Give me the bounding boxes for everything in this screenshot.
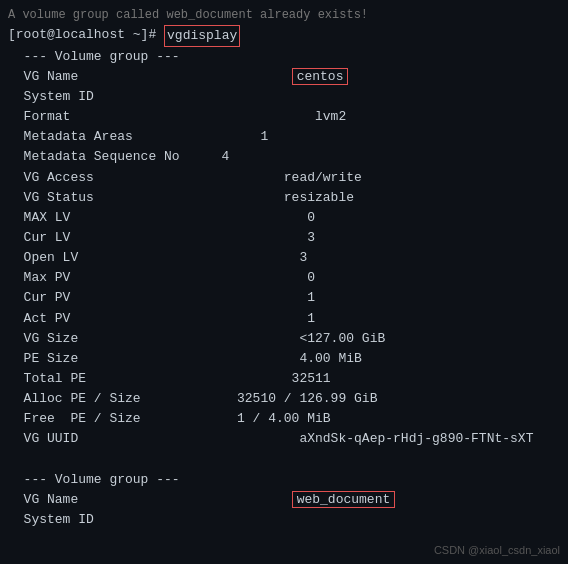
field-vgname-2: VG Name web_document: [8, 490, 560, 510]
vg-name-webdoc: web_document: [292, 491, 396, 508]
field-vg-access: VG Access read/write: [8, 168, 560, 188]
field-pe-size: PE Size 4.00 MiB: [8, 349, 560, 369]
field-free-pe: Free PE / Size 1 / 4.00 MiB: [8, 409, 560, 429]
field-vgname-1: VG Name centos: [8, 67, 560, 87]
field-act-pv: Act PV 1: [8, 309, 560, 329]
field-cur-lv: Cur LV 3: [8, 228, 560, 248]
field-cur-pv: Cur PV 1: [8, 288, 560, 308]
field-total-pe: Total PE 32511: [8, 369, 560, 389]
field-metadata-areas: Metadata Areas 1: [8, 127, 560, 147]
section-2-header: --- Volume group ---: [8, 470, 560, 490]
prompt-line: [root@localhost ~]# vgdisplay: [8, 25, 560, 47]
field-vg-size: VG Size <127.00 GiB: [8, 329, 560, 349]
top-line: A volume group called web_document alrea…: [8, 6, 560, 25]
field-systemid-2: System ID: [8, 510, 560, 530]
prompt: [root@localhost ~]#: [8, 25, 164, 47]
field-metadata-seq: Metadata Sequence No 4: [8, 147, 560, 167]
field-vg-status: VG Status resizable: [8, 188, 560, 208]
field-alloc-pe: Alloc PE / Size 32510 / 126.99 GiB: [8, 389, 560, 409]
section-1-header: --- Volume group ---: [8, 47, 560, 67]
field-max-lv: MAX LV 0: [8, 208, 560, 228]
blank-line: [8, 450, 560, 470]
field-max-pv: Max PV 0: [8, 268, 560, 288]
field-open-lv: Open LV 3: [8, 248, 560, 268]
watermark: CSDN @xiaol_csdn_xiaol: [434, 544, 560, 556]
terminal: A volume group called web_document alrea…: [0, 0, 568, 564]
vg-name-centos: centos: [292, 68, 349, 85]
command: vgdisplay: [164, 25, 240, 47]
field-format: Format lvm2: [8, 107, 560, 127]
field-vg-uuid: VG UUID aXndSk-qAep-rHdj-g890-FTNt-sXT: [8, 429, 560, 449]
field-systemid-1: System ID: [8, 87, 560, 107]
